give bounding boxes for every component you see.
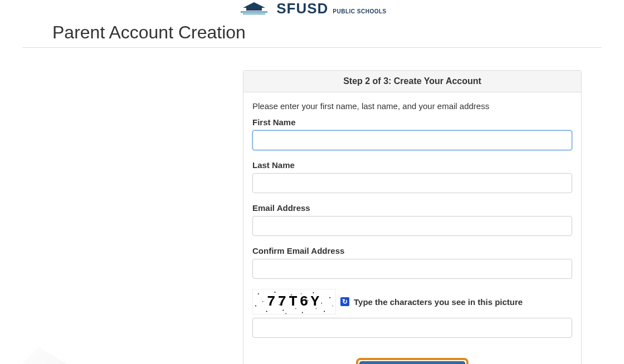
svg-point-12	[255, 306, 256, 307]
svg-point-13	[262, 301, 264, 302]
logo-main-text: SFUSD	[276, 0, 328, 16]
captcha-text: 77T6Y	[267, 293, 321, 310]
svg-point-5	[274, 292, 275, 293]
first-name-label: First Name	[252, 117, 572, 127]
svg-rect-0	[241, 11, 267, 13]
svg-point-18	[285, 313, 286, 314]
account-creation-card: Step 2 of 3: Create Your Account Please …	[243, 70, 582, 364]
svg-point-4	[266, 311, 267, 312]
confirm-email-label: Confirm Email Address	[252, 246, 572, 255]
captcha-image: 77T6Y	[252, 289, 336, 314]
last-name-label: Last Name	[252, 160, 572, 170]
card-header: Step 2 of 3: Create Your Account	[243, 71, 581, 92]
svg-rect-2	[246, 7, 262, 11]
captcha-label: Type the characters you see in this pict…	[354, 297, 523, 307]
logo: SFUSD PUBLIC SCHOOLS	[237, 0, 387, 16]
intro-text: Please enter your first name, last name,…	[252, 101, 572, 111]
continue-highlight: Continue to Step 3	[356, 358, 469, 364]
logo-area: SFUSD PUBLIC SCHOOLS	[22, 0, 602, 16]
refresh-captcha-icon[interactable]: ↻	[340, 297, 349, 306]
svg-point-8	[302, 312, 303, 313]
captcha-input[interactable]	[252, 318, 572, 338]
svg-point-22	[332, 306, 333, 306]
svg-point-3	[258, 293, 259, 294]
svg-point-10	[324, 311, 325, 312]
card-header-text: Step 2 of 3: Create Your Account	[343, 76, 481, 86]
page-title: Parent Account Creation	[22, 22, 602, 48]
logo-subtitle: PUBLIC SCHOOLS	[333, 8, 386, 14]
first-name-input[interactable]	[252, 130, 572, 150]
email-label: Email Address	[252, 203, 572, 213]
email-input[interactable]	[252, 216, 572, 236]
continue-button[interactable]: Continue to Step 3	[359, 361, 465, 364]
confirm-email-input[interactable]	[252, 259, 572, 279]
svg-rect-1	[243, 13, 265, 14]
svg-point-11	[329, 297, 330, 298]
last-name-input[interactable]	[252, 173, 572, 193]
logo-icon	[237, 1, 271, 16]
